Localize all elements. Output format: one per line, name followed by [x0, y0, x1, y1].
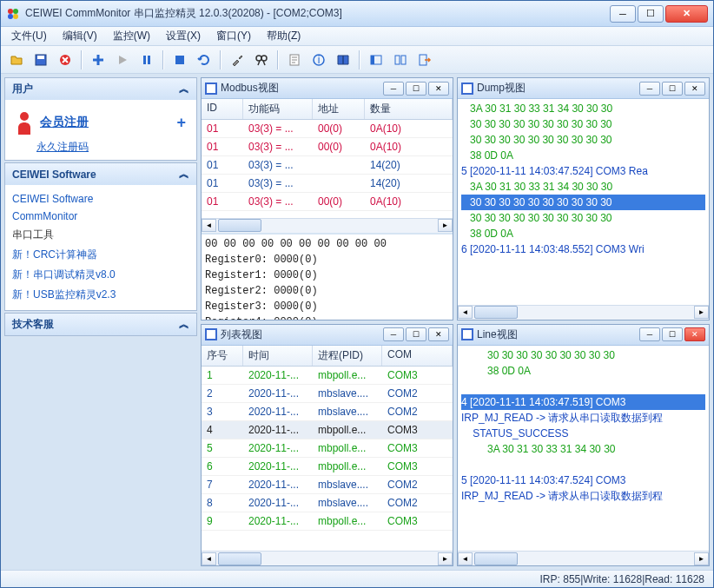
svg-rect-5 [37, 56, 44, 59]
mdi-min[interactable]: ─ [639, 327, 660, 341]
maximize-button[interactable]: ☐ [638, 5, 664, 23]
menu-monitor[interactable]: 监控(W) [106, 27, 157, 45]
stop-icon[interactable] [169, 50, 190, 70]
sidebar: 用户︽ 会员注册 + 永久注册码 CEIWEI Software︽ CEIWEI… [4, 77, 197, 566]
pause-icon[interactable] [136, 50, 157, 70]
open-icon[interactable] [6, 50, 27, 70]
play-icon[interactable] [112, 50, 133, 70]
add-user-button[interactable]: + [176, 114, 186, 132]
table-row[interactable]: 22020-11-...mbslave....COM2 [202, 385, 453, 403]
menubar: 文件(U) 编辑(V) 监控(W) 设置(X) 窗口(Y) 帮助(Z) [1, 27, 713, 46]
table-row[interactable]: 0103(3) = ...00(0)0A(10) [202, 193, 453, 211]
line-view: Line视图 ─☐✕ 30 30 30 30 30 30 30 30 30 38… [457, 324, 710, 567]
mdi-min[interactable]: ─ [383, 82, 404, 96]
toolbar: i [1, 46, 713, 74]
svg-rect-26 [207, 330, 215, 339]
modbus-titlebar[interactable]: Modbus视图 ─☐✕ [202, 78, 453, 99]
table-row[interactable]: 72020-11-...mbslave....COM2 [202, 476, 453, 494]
layout2-icon[interactable] [390, 50, 411, 70]
mdi-min[interactable]: ─ [383, 327, 404, 341]
line-hscroll[interactable]: ◄► [458, 551, 709, 565]
mdi-max[interactable]: ☐ [662, 327, 683, 341]
menu-edit[interactable]: 编辑(V) [56, 27, 104, 45]
svg-point-1 [13, 9, 18, 14]
table-row[interactable]: 82020-11-...mbslave....COM2 [202, 494, 453, 512]
sidebar-link[interactable]: CommMonitor [12, 208, 189, 225]
modbus-hscroll[interactable]: ◄► [202, 218, 453, 233]
sidebar-link[interactable]: 串口工具 [12, 225, 189, 245]
mdi-close[interactable]: ✕ [684, 82, 705, 96]
exit-icon[interactable] [414, 50, 435, 70]
find-icon[interactable] [251, 50, 272, 70]
menu-file[interactable]: 文件(U) [4, 27, 54, 45]
list-hscroll[interactable]: ◄► [202, 551, 453, 565]
titlebar[interactable]: CEIWEI CommMonitor 串口监控精灵 12.0.3(20208) … [1, 1, 713, 27]
collapse-icon: ︽ [179, 82, 189, 96]
sidebar-support-header[interactable]: 技术客服︽ [5, 314, 196, 335]
line-text[interactable]: 30 30 30 30 30 30 30 30 30 38 0D 0A 4 [2… [458, 346, 709, 552]
view-icon [205, 328, 217, 340]
delete-icon[interactable] [55, 50, 76, 70]
tools-icon[interactable] [227, 50, 248, 70]
dump-hscroll[interactable]: ◄► [458, 305, 709, 320]
svg-rect-24 [463, 84, 472, 93]
dump-titlebar[interactable]: Dump视图 ─☐✕ [458, 78, 709, 99]
table-row[interactable]: 0103(3) = ...14(20) [202, 175, 453, 193]
app-icon [6, 7, 20, 21]
dump-text[interactable]: 3A 30 31 30 33 31 34 30 30 30 30 30 30 3… [458, 99, 709, 305]
table-row[interactable]: 42020-11-...mbpoll.e...COM3 [202, 421, 453, 439]
main-window: CEIWEI CommMonitor 串口监控精灵 12.0.3(20208) … [0, 0, 714, 588]
svg-rect-28 [463, 330, 472, 339]
svg-point-20 [20, 112, 29, 121]
menu-settings[interactable]: 设置(X) [159, 27, 208, 45]
collapse-icon: ︽ [179, 167, 189, 182]
table-row[interactable]: 0103(3) = ...14(20) [202, 156, 453, 175]
close-button[interactable]: ✕ [665, 5, 708, 23]
sidebar-link[interactable]: 新！CRC计算神器 [12, 245, 189, 265]
modbus-registers[interactable]: 00 00 00 00 00 00 00 00 00 00 Register0:… [202, 233, 453, 320]
menu-window[interactable]: 窗口(Y) [209, 27, 258, 45]
mdi-max[interactable]: ☐ [406, 82, 426, 96]
sidebar-software-header[interactable]: CEIWEI Software︽ [5, 163, 196, 185]
svg-rect-18 [401, 56, 406, 64]
sidebar-link[interactable]: 新！USB监控精灵v2.3 [12, 285, 189, 305]
window-title: CEIWEI CommMonitor 串口监控精灵 12.0.3(20208) … [25, 6, 610, 21]
book-icon[interactable] [333, 50, 354, 70]
mdi-min[interactable]: ─ [639, 82, 660, 96]
minimize-button[interactable]: ─ [610, 5, 636, 23]
svg-rect-17 [395, 56, 400, 64]
table-row[interactable]: 0103(3) = ...00(0)0A(10) [202, 138, 453, 156]
modbus-view: Modbus视图 ─☐✕ ID功能码地址数量 0103(3) = ...00(0… [201, 77, 453, 320]
add-icon[interactable] [88, 50, 109, 70]
member-register-link[interactable]: 会员注册 [40, 115, 89, 130]
table-row[interactable]: 12020-11-...mbpoll.e...COM3 [202, 367, 453, 385]
refresh-icon[interactable] [194, 50, 215, 70]
table-row[interactable]: 52020-11-...mbpoll.e...COM3 [202, 439, 453, 458]
doc-icon[interactable] [284, 50, 305, 70]
line-titlebar[interactable]: Line视图 ─☐✕ [458, 325, 709, 346]
sidebar-link[interactable]: CEIWEI Software [12, 190, 189, 208]
list-titlebar[interactable]: 列表视图 ─☐✕ [202, 325, 453, 346]
perm-register-link[interactable]: 永久注册码 [36, 141, 89, 153]
layout1-icon[interactable] [366, 50, 387, 70]
modbus-rows[interactable]: 0103(3) = ...00(0)0A(10)0103(3) = ...00(… [202, 120, 453, 218]
table-row[interactable]: 32020-11-...mbslave....COM2 [202, 403, 453, 421]
list-rows[interactable]: 12020-11-...mbpoll.e...COM322020-11-...m… [202, 367, 453, 552]
svg-rect-8 [148, 56, 150, 64]
table-row[interactable]: 0103(3) = ...00(0)0A(10) [202, 120, 453, 138]
table-row[interactable]: 62020-11-...mbpoll.e...COM3 [202, 458, 453, 476]
mdi-close[interactable]: ✕ [428, 82, 449, 96]
mdi-max[interactable]: ☐ [406, 327, 426, 341]
sidebar-link[interactable]: 新！串口调试精灵v8.0 [12, 265, 189, 285]
svg-point-0 [8, 9, 13, 14]
sidebar-user-header[interactable]: 用户︽ [5, 78, 196, 100]
info-icon[interactable]: i [308, 50, 329, 70]
mdi-close[interactable]: ✕ [684, 327, 705, 341]
view-icon [461, 328, 473, 340]
table-row[interactable]: 92020-11-...mbpoll.e...COM3 [202, 512, 453, 531]
mdi-close[interactable]: ✕ [428, 327, 449, 341]
save-icon[interactable] [30, 50, 51, 70]
svg-rect-22 [207, 84, 215, 93]
mdi-max[interactable]: ☐ [662, 82, 683, 96]
menu-help[interactable]: 帮助(Z) [260, 27, 307, 45]
